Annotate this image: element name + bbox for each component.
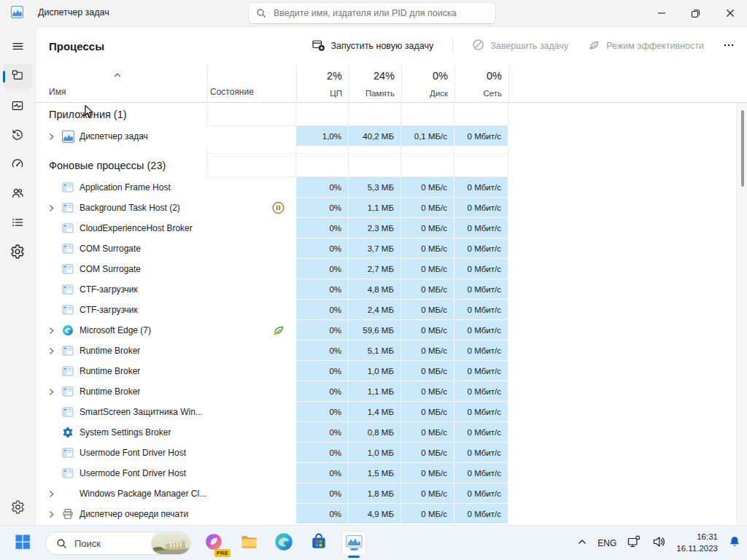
scrollbar-thumb[interactable] <box>741 110 744 187</box>
process-name: SmartScreen Защитника Win... <box>80 407 203 417</box>
table-row[interactable]: Windows Package Manager Cl...0%1,8 МБ0 М… <box>36 483 736 504</box>
windows-start-icon <box>14 533 31 553</box>
run-new-task-button[interactable]: Запустить новую задачу <box>311 39 433 54</box>
group-header-row[interactable]: Фоновые процессы (23) <box>36 154 736 177</box>
name-cell: Фоновые процессы (23) <box>36 154 207 177</box>
table-row[interactable]: Background Task Host (2)0%1,1 МБ0 МБ/с0 … <box>36 198 736 218</box>
start-button[interactable] <box>10 531 35 556</box>
table-row[interactable]: Runtime Broker0%1,0 МБ0 МБ/с0 Мбит/с <box>36 361 736 381</box>
minimize-button[interactable] <box>644 0 678 26</box>
sidebar-item-users[interactable] <box>3 182 32 207</box>
window-controls <box>644 0 747 26</box>
notifications-bell-icon[interactable] <box>728 535 741 551</box>
table-row[interactable]: COM Surrogate0%3,7 МБ0 МБ/с0 Мбит/с <box>36 238 736 259</box>
expand-chevron-icon[interactable] <box>46 489 56 499</box>
end-task-button[interactable]: Завершить задачу <box>472 39 568 53</box>
expand-chevron-icon[interactable] <box>46 346 56 356</box>
network-label: Сеть <box>483 89 502 98</box>
search-icon <box>56 538 67 549</box>
sort-ascending-icon <box>113 68 122 81</box>
table-row[interactable]: COM Surrogate0%2,7 МБ0 МБ/с0 Мбит/с <box>36 259 736 279</box>
status-cell <box>207 443 296 463</box>
disk-cell: 0 МБ/с <box>401 483 454 504</box>
chevron-spacer <box>46 182 56 192</box>
expand-chevron-icon[interactable] <box>46 386 56 397</box>
more-options-button[interactable] <box>723 39 735 53</box>
table-row[interactable]: Runtime Broker0%1,1 МБ0 МБ/с0 Мбит/с <box>36 381 736 402</box>
column-header-name[interactable]: Имя <box>49 87 66 97</box>
table-row[interactable]: System Settings Broker0%0,8 МБ0 МБ/с0 Мб… <box>36 422 736 443</box>
table-row[interactable]: Usermode Font Driver Host0%1,0 МБ0 МБ/с0… <box>36 443 736 463</box>
cpu-cell: 0% <box>296 504 349 524</box>
memory-cell: 1,5 МБ <box>349 463 401 483</box>
process-search-box[interactable] <box>248 2 496 24</box>
file-explorer-button[interactable] <box>236 531 261 556</box>
store-button[interactable] <box>306 531 331 556</box>
expand-chevron-icon[interactable] <box>46 509 56 519</box>
memory-cell: 2,7 МБ <box>349 259 401 279</box>
table-row[interactable]: CloudExperienceHost Broker0%2,3 МБ0 МБ/с… <box>36 218 736 238</box>
column-header-status[interactable]: Состояние <box>210 87 254 97</box>
process-name: Background Task Host (2) <box>80 203 180 213</box>
sidebar-item-performance[interactable] <box>3 95 32 120</box>
search-icon <box>256 8 266 18</box>
menu-button[interactable] <box>3 35 32 60</box>
cpu-label: ЦП <box>330 89 342 98</box>
status-cell <box>207 103 296 126</box>
chevron-spacer <box>46 305 56 315</box>
column-header-disk[interactable]: 0% Диск <box>401 65 454 103</box>
details-icon <box>10 215 25 233</box>
sidebar-item-details[interactable] <box>3 211 32 236</box>
sidebar-item-app-history[interactable] <box>3 124 32 149</box>
sidebar-item-processes[interactable] <box>3 64 32 89</box>
cpu-cell: 0% <box>296 361 349 381</box>
language-indicator[interactable]: ENG <box>597 538 616 548</box>
table-row[interactable]: Диспетчер очереди печати0%4,9 МБ0 МБ/с0 … <box>36 504 736 524</box>
table-row[interactable]: Диспетчер задач1,0%40,2 МБ0,1 МБ/с0 Мбит… <box>36 126 736 147</box>
column-header-network[interactable]: 0% Сеть <box>454 65 508 103</box>
table-row[interactable]: Usermode Font Driver Host0%1,5 МБ0 МБ/с0… <box>36 463 736 483</box>
network-cell: 0 Мбит/с <box>454 320 508 341</box>
table-row[interactable]: CTF-загрузчик0%4,8 МБ0 МБ/с0 Мбит/с <box>36 279 736 300</box>
expand-chevron-icon[interactable] <box>46 203 56 213</box>
table-row[interactable]: CTF-загрузчик0%2,4 МБ0 МБ/с0 Мбит/с <box>36 300 736 320</box>
expand-chevron-icon[interactable] <box>46 131 56 141</box>
table-row[interactable]: Microsoft Edge (7)0%59,6 МБ0 МБ/с0 Мбит/… <box>36 320 736 341</box>
expand-chevron-icon[interactable] <box>46 325 56 335</box>
disk-cell: 0 МБ/с <box>401 341 454 361</box>
table-row[interactable]: Runtime Broker0%5,1 МБ0 МБ/с0 Мбит/с <box>36 341 736 361</box>
memory-cell: 2,4 МБ <box>349 300 401 320</box>
vertical-scrollbar[interactable] <box>736 103 747 524</box>
edge-button[interactable] <box>271 531 296 556</box>
table-row[interactable]: SmartScreen Защитника Win...0%1,4 МБ0 МБ… <box>36 402 736 422</box>
table-row[interactable]: Application Frame Host0%5,3 МБ0 МБ/с0 Мб… <box>36 177 736 198</box>
chevron-spacer <box>46 223 56 233</box>
status-cell <box>207 402 296 422</box>
column-header-memory[interactable]: 24% Память <box>349 65 401 103</box>
search-input[interactable] <box>274 8 485 18</box>
restore-button[interactable] <box>678 0 713 26</box>
copilot-button[interactable]: PRE <box>201 531 226 556</box>
efficiency-mode-button[interactable]: Режим эффективности <box>587 39 704 54</box>
sidebar <box>0 26 35 525</box>
network-icon[interactable] <box>627 534 641 552</box>
clock[interactable]: 16:31 16.11.2023 <box>676 532 718 554</box>
close-button[interactable] <box>713 0 747 26</box>
active-app-indicator <box>348 556 360 558</box>
performance-icon <box>10 98 25 116</box>
sidebar-item-settings[interactable] <box>3 496 32 521</box>
tray-chevron-up-icon[interactable] <box>577 537 587 550</box>
process-name: Runtime Broker <box>80 366 140 376</box>
memory-cell: 59,6 МБ <box>349 320 401 341</box>
column-header-cpu[interactable]: 2% ЦП <box>296 65 349 103</box>
efficiency-mode-label: Режим эффективности <box>606 41 704 51</box>
memory-cell: 1,8 МБ <box>349 483 401 504</box>
volume-icon[interactable] <box>651 534 666 552</box>
sidebar-item-services[interactable] <box>3 241 32 265</box>
status-cell <box>207 238 296 259</box>
task-manager-taskbar-button[interactable] <box>341 531 366 556</box>
taskmgr-icon <box>62 131 74 142</box>
sidebar-item-startup-apps[interactable] <box>3 153 32 178</box>
group-header-row[interactable]: Приложения (1) <box>36 103 736 126</box>
taskbar-search[interactable]: Поиск <box>45 532 191 555</box>
